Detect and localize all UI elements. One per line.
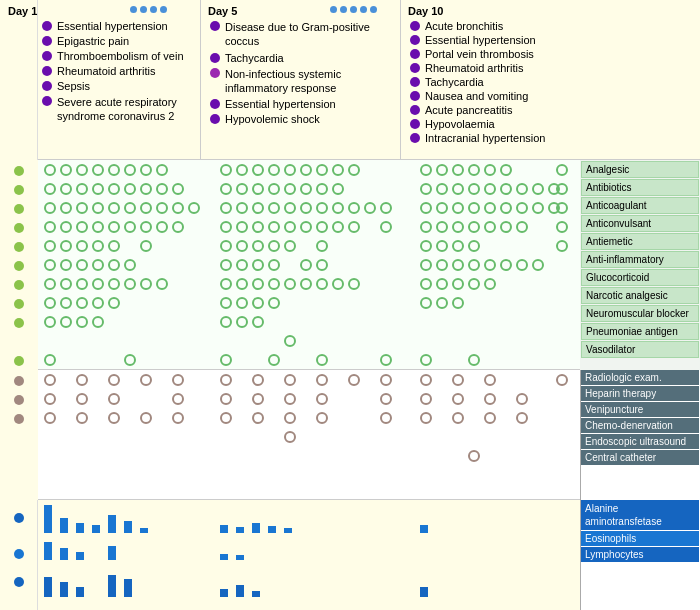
med-circle bbox=[268, 354, 280, 366]
med-circle bbox=[348, 221, 360, 233]
med-circle bbox=[420, 164, 432, 176]
med-circle bbox=[236, 259, 248, 271]
proc-circle bbox=[252, 412, 264, 424]
med-circle bbox=[364, 202, 376, 214]
med-circle bbox=[268, 183, 280, 195]
proc-circle bbox=[284, 412, 296, 424]
bar bbox=[44, 577, 52, 597]
med-circle bbox=[156, 183, 168, 195]
diag-item: Tachycardia bbox=[210, 52, 385, 64]
med-circle bbox=[484, 259, 496, 271]
med-circle bbox=[108, 278, 120, 290]
purple-dot bbox=[410, 91, 420, 101]
main-page: Day 1 Day 5 Day 10 Essential hypertensio… bbox=[0, 0, 700, 610]
sidebar-proc-indicator bbox=[14, 414, 24, 424]
med-circle bbox=[268, 278, 280, 290]
proc-circle bbox=[76, 393, 88, 405]
med-circle bbox=[316, 221, 328, 233]
med-circle bbox=[44, 278, 56, 290]
med-circle bbox=[452, 259, 464, 271]
purple-dot bbox=[210, 21, 220, 31]
med-circle bbox=[268, 202, 280, 214]
proc-circle bbox=[556, 374, 568, 386]
med-circle bbox=[236, 221, 248, 233]
sidebar-indicator bbox=[14, 356, 24, 366]
proc-circle bbox=[252, 393, 264, 405]
med-label-glucocorticoid: Glucocorticoid bbox=[581, 269, 699, 286]
med-circle bbox=[76, 202, 88, 214]
sidebar-indicator bbox=[14, 261, 24, 271]
med-circle bbox=[556, 221, 568, 233]
purple-dot bbox=[410, 105, 420, 115]
diag-text: Rheumatoid arthritis bbox=[57, 65, 155, 77]
med-circle bbox=[236, 202, 248, 214]
med-circle bbox=[92, 221, 104, 233]
proc-circle bbox=[284, 431, 296, 443]
med-circle bbox=[76, 183, 88, 195]
med-circle bbox=[452, 278, 464, 290]
med-circle bbox=[156, 164, 168, 176]
diag-text: Thromboembolism of vein bbox=[57, 50, 184, 62]
med-circle bbox=[124, 278, 136, 290]
med-circle bbox=[92, 183, 104, 195]
diag-item: Epigastric pain bbox=[42, 35, 202, 47]
med-circle bbox=[484, 278, 496, 290]
med-circle bbox=[44, 259, 56, 271]
lymphocytes-chart-area bbox=[44, 564, 624, 599]
med-circle bbox=[140, 202, 152, 214]
med-circle bbox=[316, 278, 328, 290]
purple-dot-light bbox=[210, 68, 220, 78]
purple-dot bbox=[410, 21, 420, 31]
med-circle bbox=[316, 183, 328, 195]
med-circle bbox=[76, 164, 88, 176]
med-circle bbox=[436, 297, 448, 309]
med-label-antiemetic: Antiemetic bbox=[581, 233, 699, 250]
proc-circle bbox=[44, 374, 56, 386]
med-circle bbox=[220, 259, 232, 271]
bar bbox=[108, 515, 116, 533]
med-circle bbox=[92, 278, 104, 290]
med-circle bbox=[436, 164, 448, 176]
diag-item: Acute pancreatitis bbox=[410, 104, 545, 116]
med-circle bbox=[468, 164, 480, 176]
med-circle bbox=[124, 183, 136, 195]
proc-circle bbox=[44, 393, 56, 405]
med-circle bbox=[140, 221, 152, 233]
diag-text: Tachycardia bbox=[225, 52, 284, 64]
diag-item: Severe acute respiratory syndrome corona… bbox=[42, 95, 202, 124]
diag-text: Portal vein thrombosis bbox=[425, 48, 534, 60]
diag-item: Sepsis bbox=[42, 80, 202, 92]
bar bbox=[60, 518, 68, 533]
dot-blue bbox=[350, 6, 357, 13]
sidebar-chart-indicator bbox=[14, 577, 24, 587]
med-circle bbox=[156, 221, 168, 233]
med-circle bbox=[468, 221, 480, 233]
proc-circle bbox=[484, 393, 496, 405]
med-circle bbox=[252, 240, 264, 252]
med-circle bbox=[268, 164, 280, 176]
med-circle bbox=[284, 240, 296, 252]
med-circle bbox=[60, 278, 72, 290]
med-circle bbox=[44, 316, 56, 328]
med-circle bbox=[556, 202, 568, 214]
med-circle bbox=[140, 278, 152, 290]
diag-text: Disease due to Gram-positive coccus bbox=[225, 20, 385, 49]
med-circle bbox=[172, 202, 184, 214]
med-circle bbox=[220, 164, 232, 176]
med-circle bbox=[468, 183, 480, 195]
med-circle bbox=[500, 183, 512, 195]
proc-circle bbox=[484, 374, 496, 386]
bar bbox=[252, 523, 260, 533]
med-circle bbox=[76, 316, 88, 328]
proc-circle bbox=[468, 450, 480, 462]
bar bbox=[124, 579, 132, 597]
purple-dot bbox=[42, 96, 52, 106]
med-circle bbox=[516, 221, 528, 233]
med-circle bbox=[420, 183, 432, 195]
proc-circle bbox=[316, 412, 328, 424]
sidebar-indicator bbox=[14, 166, 24, 176]
bar bbox=[220, 525, 228, 533]
sidebar-indicator bbox=[14, 299, 24, 309]
med-circle bbox=[220, 316, 232, 328]
proc-labels: Radiologic exam. Heparin therapy Venipun… bbox=[581, 370, 699, 466]
